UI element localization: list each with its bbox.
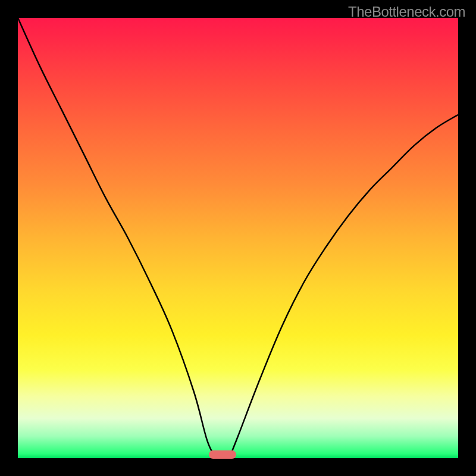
chart-plot-area bbox=[18, 18, 458, 458]
curve-right-branch bbox=[229, 115, 458, 458]
watermark-label: TheBottleneck.com bbox=[348, 4, 465, 20]
curve-left-branch bbox=[18, 18, 216, 458]
vertex-marker bbox=[209, 450, 236, 459]
curve-svg bbox=[18, 18, 458, 458]
